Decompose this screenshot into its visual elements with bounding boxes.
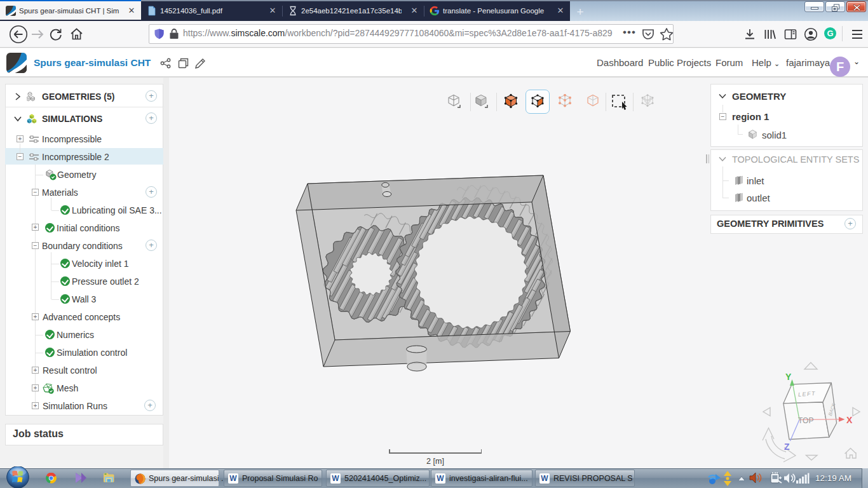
svg-text:TOP: TOP <box>798 416 813 425</box>
svg-text:X: X <box>846 415 853 425</box>
svg-text:Y: Y <box>785 372 792 382</box>
svg-text:LEFT: LEFT <box>798 390 817 398</box>
svg-text:Z: Z <box>784 442 790 452</box>
